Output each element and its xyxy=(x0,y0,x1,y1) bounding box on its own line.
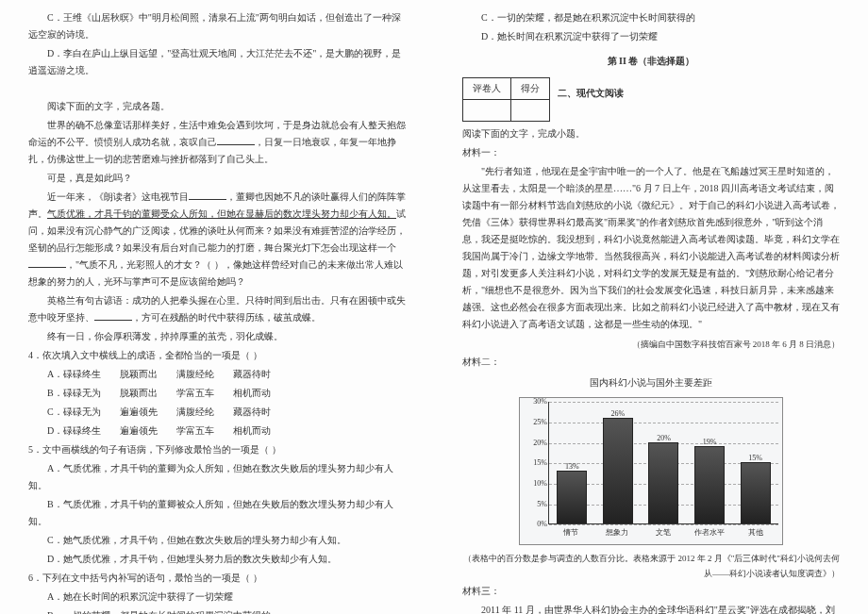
bar: 26% xyxy=(603,418,633,524)
chart-title: 国内科幻小说与国外主要差距 xyxy=(462,374,840,391)
y-tick-label: 30% xyxy=(525,395,547,408)
x-tick-label: 作者水平 xyxy=(691,526,728,539)
p3c-underlined: 气质优雅，才具千钧的董卿受众人所知，但她在显赫后的数次埋头努力却少有人知。 xyxy=(47,208,396,219)
passage-p5: 终有一日，你会厚积薄发，掉掉厚重的茧壳，羽化成蝶。 xyxy=(28,328,406,345)
score-cell-grader xyxy=(463,100,511,122)
bar: 20% xyxy=(648,442,678,524)
chart-area: 0%5%10%15%20%25%30%13%26%20%19%15% xyxy=(548,402,778,524)
right-page: C．一切的荣耀，都是她在积累沉淀中长时间获得的 D．她长时间在积累沉淀中获得了一… xyxy=(434,0,868,614)
y-tick-label: 20% xyxy=(525,436,547,449)
reading-intro: 阅读下面的文字，完成各题。 xyxy=(28,98,406,115)
blank-2 xyxy=(189,199,226,200)
bar-chart: 0%5%10%15%20%25%30%13%26%20%19%15% 情节想象力… xyxy=(519,397,783,544)
material-1-label: 材料一： xyxy=(462,144,840,161)
score-cell-score xyxy=(511,100,550,122)
q4-option-a: A．碌碌终生 脱颖而出 满腹经纶 藏器待时 xyxy=(28,366,406,383)
passage-p1: 世界的确不总像童话那样美好，生活中难免会遇到坎坷，于是身边就总会有人整天抱怨命运… xyxy=(28,117,406,168)
q3-option-c: C．王维《山居秋暝》中"明月松间照，清泉石上流"两句明白如话，但创造出了一种深远… xyxy=(28,9,406,43)
bar-group: 19% xyxy=(691,446,728,523)
score-head-score: 得分 xyxy=(511,78,550,100)
x-tick-label: 文笔 xyxy=(644,526,682,539)
q5-option-d: D．她气质优雅，才具千钧，但她埋头努力后的数次失败却少有人知。 xyxy=(28,551,406,568)
passage-p4: 英格兰有句古谚语：成功的人把拳头握在心里。只待时间到后出击。只有在困顿中或失意中… xyxy=(28,292,406,326)
bar-value-label: 26% xyxy=(611,407,626,421)
x-axis: 情节想象力文笔作者水平其他 xyxy=(548,526,778,539)
p3a: 近一年来，《朗读者》这电视节目 xyxy=(47,191,189,202)
left-page: C．王维《山居秋暝》中"明月松间照，清泉石上流"两句明白如话，但创造出了一种深远… xyxy=(0,0,434,614)
bar-group: 26% xyxy=(599,418,637,524)
score-head-grader: 评卷人 xyxy=(463,78,511,100)
passage-p2: 可是，真是如此吗？ xyxy=(28,170,406,187)
p3e: ，"气质不凡，光彩照人的才女？（ ），像她这样曾经对自己的未来做出常人难以想象的… xyxy=(28,259,403,287)
question-6: 6．下列在文中括号内补写的语句，最恰当的一项是（ ） xyxy=(28,570,406,587)
passage-p3: 近一年来，《朗读者》这电视节目，董卿也因她不凡的谈吐赢得人们的阵阵掌声。气质优雅… xyxy=(28,189,406,290)
blank-4 xyxy=(94,320,132,321)
section-2-title: 第 II 卷（非选择题） xyxy=(462,53,840,70)
q5-option-c: C．她气质优雅，才具千钧，但她在数次失败后的埋头努力却少有人知。 xyxy=(28,532,406,549)
question-4: 4．依次填入文中横线上的成语，全都恰当的一项是（ ） xyxy=(28,347,406,364)
x-tick-label: 想象力 xyxy=(598,526,636,539)
q6-option-d: D．她长时间在积累沉淀中获得了一切荣耀 xyxy=(462,28,840,45)
q6-option-a: A．她在长时间的积累沉淀中获得了一切荣耀 xyxy=(28,589,406,606)
y-tick-label: 15% xyxy=(525,456,547,470)
y-tick-label: 5% xyxy=(525,497,547,510)
q6-option-b: B．一切的荣耀，都是她在长时间的积累沉淀中获得的 xyxy=(28,607,406,614)
bar-value-label: 15% xyxy=(748,452,762,465)
material-3-label: 材料三： xyxy=(462,583,840,600)
q4-option-c: C．碌碌无为 遍遍领先 满腹经纶 藏器待时 xyxy=(28,404,406,421)
q3-option-d: D．李白在庐山上纵目远望，"登高壮观天地间，大江茫茫去不还"，是大鹏的视野，是逍… xyxy=(28,45,406,79)
score-table: 评卷人 得分 xyxy=(462,77,550,122)
x-tick-label: 其他 xyxy=(737,526,775,539)
bar-group: 15% xyxy=(737,462,775,523)
bar-value-label: 13% xyxy=(565,460,579,473)
q4-option-b: B．碌碌无为 脱颖而出 学富五车 相机而动 xyxy=(28,385,406,402)
bar-group: 13% xyxy=(553,471,591,523)
y-tick-label: 10% xyxy=(525,477,547,490)
blank-3 xyxy=(28,267,66,268)
question-5: 5．文中画横线的句子有语病，下列修改最恰当的一项是（ ） xyxy=(28,441,406,458)
material-2-label: 材料二： xyxy=(462,354,840,371)
bar-group: 20% xyxy=(644,442,682,524)
read-intro-2: 阅读下面的文字，完成小题。 xyxy=(462,125,840,142)
q6-option-c: C．一切的荣耀，都是她在积累沉淀中长时间获得的 xyxy=(462,9,840,26)
q5-option-b: B．气质优雅，才具千钧的董卿被众人所知，但她在失败后的数次埋头努力却少有人知。 xyxy=(28,496,406,530)
material-1-source: （摘编自中国数字科技馆百家号 2018 年 6 月 8 日消息） xyxy=(462,337,840,352)
q5-option-a: A．气质优雅，才具千钧的董卿为众人所知，但她在数次失败后的埋头努力却少有人知。 xyxy=(28,460,406,494)
q4-option-d: D．碌碌终生 遍遍领先 学富五车 相机而动 xyxy=(28,423,406,440)
bars: 13%26%20%19%15% xyxy=(549,402,778,523)
bar: 19% xyxy=(694,446,725,523)
bar: 15% xyxy=(741,462,771,523)
x-tick-label: 情节 xyxy=(552,526,590,539)
grid-line xyxy=(549,524,778,525)
bar-value-label: 20% xyxy=(657,432,671,445)
chart-note: （表格中的百分数是参与调查的人数百分比。表格来源于 2012 年 2 月《"后三… xyxy=(462,551,840,581)
p4b: ，方可在残酷的时代中获得历练，破茧成蝶。 xyxy=(132,312,321,323)
material-1-text: "先行者知道，他现在是全宇宙中唯一的一个人了。他是在飞船越过冥王星时知道的，从这… xyxy=(462,163,840,333)
bar: 13% xyxy=(557,471,587,523)
blank-1 xyxy=(217,144,255,145)
bar-value-label: 19% xyxy=(703,436,717,449)
y-tick-label: 25% xyxy=(525,416,547,429)
material-3-text: 2011 年 11 月，由世界华人科幻协会主办的全球华语科幻"星云奖"评选在成都… xyxy=(462,602,840,614)
y-tick-label: 0% xyxy=(525,518,547,531)
